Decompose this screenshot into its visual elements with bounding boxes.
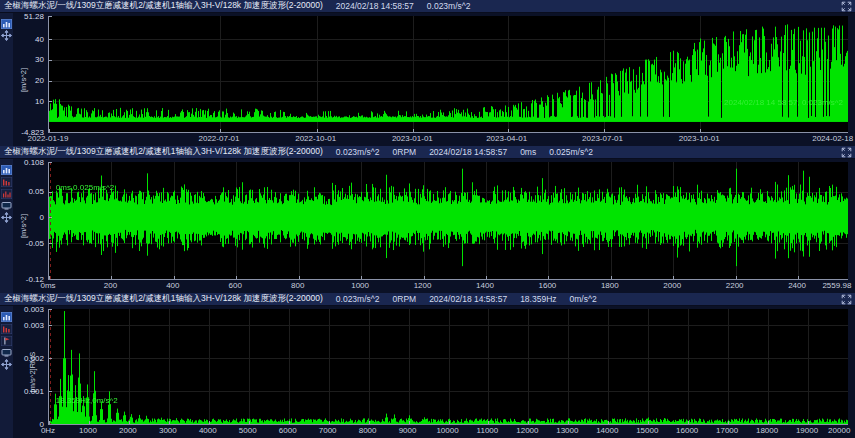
x-tick-label: 15000 <box>636 426 658 435</box>
y-tick-label: 0.002 <box>24 354 44 363</box>
expand-icon[interactable] <box>841 147 852 158</box>
y-tick-label: 51.28 <box>24 12 44 21</box>
spectrum-bars-icon[interactable] <box>1 320 12 330</box>
x-tick-label: 2559.98 <box>822 281 851 290</box>
x-tick-label: 8000 <box>359 426 377 435</box>
spectrum-plot-area: [m/s^2]RMS 0.0030.0030.0020.00100Hz10002… <box>13 306 855 438</box>
chart-tool-strip <box>0 159 13 293</box>
x-tick-label: 9000 <box>399 426 417 435</box>
x-tick-label: 14000 <box>596 426 618 435</box>
spectrum-panel: 全椒海螺水泥/一线/1309立磨减速机2/减速机1轴输入3H-V/128k 加速… <box>0 293 855 438</box>
pan-icon[interactable] <box>1 27 12 37</box>
x-tick-label: 1000 <box>79 426 97 435</box>
y-tick-label: 0.003 <box>24 321 44 330</box>
trend-chart-icon[interactable] <box>1 15 12 25</box>
x-tick-label: 4000 <box>199 426 217 435</box>
header-value: 0RPM <box>393 294 417 304</box>
x-tick-label: 3000 <box>159 426 177 435</box>
panel-title: 全椒海螺水泥/一线/1309立磨减速机2/减速机1轴输入3H-V/128k 加速… <box>4 293 323 305</box>
y-axis-label: [m/s^2] <box>19 68 28 92</box>
trend-plot[interactable] <box>48 16 848 133</box>
screen-icon[interactable] <box>1 197 12 207</box>
waveform-bars-icon[interactable] <box>1 185 12 195</box>
spectrum-plot[interactable] <box>48 309 848 425</box>
header-value: 0m/s^2 <box>570 294 597 304</box>
x-tick-label: 2022-07-01 <box>199 134 240 143</box>
header-value: 0.023m/s^2 <box>336 294 380 304</box>
x-tick-label: 2023-07-01 <box>582 134 623 143</box>
x-tick-label: 6000 <box>279 426 297 435</box>
header-value: 0RPM <box>393 147 417 157</box>
x-tick-label: 5000 <box>239 426 257 435</box>
x-tick-label: 600 <box>229 281 242 290</box>
spectrum-bars-icon[interactable] <box>1 173 12 183</box>
waveform-canvas[interactable] <box>49 162 848 279</box>
x-tick-label: 2022-01-19 <box>28 134 69 143</box>
y-tick-label: 0.108 <box>24 158 44 167</box>
x-tick-label: 2023-04-01 <box>486 134 527 143</box>
x-tick-label: 2000 <box>119 426 137 435</box>
x-tick-label: 19000 <box>796 426 818 435</box>
x-tick-label: 800 <box>291 281 304 290</box>
x-tick-label: 2200 <box>726 281 744 290</box>
flag-icon[interactable] <box>1 332 12 342</box>
y-tick-label: 0 <box>40 213 44 222</box>
chart-tool-strip <box>0 13 13 146</box>
trend-panel-body: [m/s^2] 51.2840302010-4.8232022-01-19202… <box>0 13 855 146</box>
x-tick-label: 2024-02-18 <box>812 134 853 143</box>
waveform-panel: 全椒海螺水泥/一线/1309立磨减速机2/减速机1轴输入3H-V/128k 加速… <box>0 146 855 293</box>
x-tick-label: 17000 <box>716 426 738 435</box>
waveform-plot[interactable] <box>48 162 848 280</box>
x-tick-label: 13000 <box>556 426 578 435</box>
x-tick-label: 1600 <box>538 281 556 290</box>
y-tick-label: 40 <box>35 35 44 44</box>
pan-icon[interactable] <box>1 209 12 219</box>
header-value: 2024/02/18 14:58:57 <box>429 147 507 157</box>
header-value: 0.025m/s^2 <box>549 147 593 157</box>
header-values: 0.023m/s^20RPM2024/02/18 14:58:570ms0.02… <box>336 147 593 157</box>
spectrum-panel-body: [m/s^2]RMS 0.0030.0030.0020.00100Hz10002… <box>0 306 855 438</box>
y-tick-label: 30 <box>35 55 44 64</box>
trend-chart-icon[interactable] <box>1 308 12 318</box>
panel-title: 全椒海螺水泥/一线/1309立磨减速机2/减速机1轴输入3H-V/128k 加速… <box>4 0 323 12</box>
y-tick-label: 20 <box>35 76 44 85</box>
pan-icon[interactable] <box>1 356 12 366</box>
x-tick-label: 2023-01-01 <box>392 134 433 143</box>
trend-panel-header: 全椒海螺水泥/一线/1309立磨减速机2/减速机1轴输入3H-V/128k 加速… <box>0 0 855 13</box>
x-tick-label: 1400 <box>476 281 494 290</box>
x-tick-label: 7000 <box>319 426 337 435</box>
x-tick-label: 200 <box>104 281 117 290</box>
x-tick-label: 1800 <box>601 281 619 290</box>
spectrum-panel-header: 全椒海螺水泥/一线/1309立磨减速机2/减速机1轴输入3H-V/128k 加速… <box>0 293 855 306</box>
header-values: 0.023m/s^20RPM2024/02/18 14:58:5718.359H… <box>336 294 597 304</box>
y-tick-label: 0.003 <box>24 305 44 314</box>
x-tick-label: 16000 <box>676 426 698 435</box>
expand-icon[interactable] <box>841 1 852 12</box>
trend-chart-icon[interactable] <box>1 161 12 171</box>
spectrum-canvas[interactable] <box>49 309 848 424</box>
header-value: 2024/02/18 14:58:57 <box>336 1 414 11</box>
x-tick-label: 11000 <box>477 426 499 435</box>
x-tick-label: 12000 <box>516 426 538 435</box>
x-tick-label: 2023-10-01 <box>679 134 720 143</box>
x-tick-label: 400 <box>166 281 179 290</box>
x-tick-label: 18000 <box>756 426 778 435</box>
x-tick-label: 1000 <box>351 281 369 290</box>
panel-title: 全椒海螺水泥/一线/1309立磨减速机2/减速机1轴输入3H-V/128k 加速… <box>4 146 323 158</box>
waveform-panel-header: 全椒海螺水泥/一线/1309立磨减速机2/减速机1轴输入3H-V/128k 加速… <box>0 146 855 159</box>
trend-plot-area: [m/s^2] 51.2840302010-4.8232022-01-19202… <box>13 13 855 146</box>
waveform-panel-body: [m/s^2] 0.1080.050-0.05-0.120ms200400600… <box>0 159 855 293</box>
screen-icon[interactable] <box>1 344 12 354</box>
header-values: 2024/02/18 14:58:570.023m/s^2 <box>336 1 471 11</box>
expand-icon[interactable] <box>841 294 852 305</box>
x-tick-label: 20000 <box>828 426 850 435</box>
y-tick-label: 0.001 <box>24 387 44 396</box>
chart-tool-strip <box>0 306 13 438</box>
x-tick-label: 0Hz <box>41 426 55 435</box>
header-value: 0ms <box>520 147 536 157</box>
x-tick-label: 0ms <box>40 281 55 290</box>
x-tick-label: 2022-10-01 <box>295 134 336 143</box>
y-tick-label: -0.05 <box>26 239 44 248</box>
header-value: 0.023m/s^2 <box>427 1 471 11</box>
trend-canvas[interactable] <box>49 16 848 132</box>
